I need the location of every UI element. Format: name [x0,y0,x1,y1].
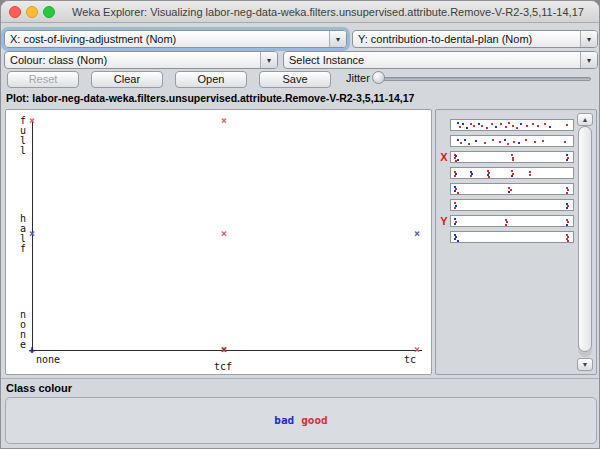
x-attribute-select[interactable]: X: cost-of-living-adjustment (Nom) ▾ [4,30,347,48]
plot-heading: Plot: labor-neg-data-weka.filters.unsupe… [6,92,414,104]
instance-dot [526,125,528,127]
instance-dot [504,139,506,141]
instance-dot [457,122,459,124]
save-button[interactable]: Save [259,71,331,88]
scroll-down-icon[interactable]: ▼ [577,358,593,371]
instance-dot [518,142,520,144]
select-instance-select[interactable]: Select Instance ▾ [283,51,598,69]
instance-dot [468,143,470,145]
attribute-strip-2[interactable] [450,135,574,147]
class-label-good[interactable]: good [301,414,328,427]
jitter-slider-track[interactable] [377,77,591,81]
data-point[interactable]: × [29,116,35,126]
instance-dot [499,141,501,143]
instance-dot [508,191,510,193]
instance-dot [520,123,522,125]
instance-dot [466,127,468,129]
y-tick-half: h a l f [18,214,28,254]
strip-axis-label-Y: Y [439,215,449,227]
data-point[interactable]: + [29,345,35,355]
instance-dot [486,127,488,129]
data-point[interactable]: × [29,229,35,239]
class-colour-heading: Class colour [6,382,72,394]
instance-dot [567,240,569,242]
instance-dot [529,174,531,176]
instance-dot [454,207,456,209]
colour-attribute-select[interactable]: Colour: class (Nom) ▾ [4,51,278,69]
attribute-strip-8[interactable] [450,231,574,243]
instance-dot [457,240,459,242]
instance-dot [513,141,515,143]
y-tick-none: n o n e [18,310,28,350]
instance-dot [492,139,494,141]
instance-dot [505,126,507,128]
instance-dot [470,123,472,125]
open-button[interactable]: Open [175,71,247,88]
instance-dot [457,139,459,141]
jitter-slider-thumb[interactable] [372,71,385,84]
clear-button[interactable]: Clear [91,71,163,88]
instance-dot [549,126,551,128]
data-point[interactable]: × [414,229,420,239]
instance-dot [464,139,466,141]
instance-dot [512,157,514,159]
y-attribute-select[interactable]: Y: contribution-to-dental-plan (Nom) ▾ [352,30,598,48]
instance-dot [481,125,483,127]
data-point[interactable]: × [414,345,420,355]
instance-dot [532,123,534,125]
instance-dot [473,125,475,127]
x-tick-tc: tc [404,354,416,365]
chevron-down-icon: ▾ [329,31,346,47]
section-divider [1,378,600,379]
class-label-bad[interactable]: bad [274,414,294,427]
scrollbar-thumb[interactable] [578,126,592,352]
x-tick-tcf: tcf [214,361,232,372]
instance-dot [454,175,456,177]
window-title: Weka Explorer: Visualizing labor-neg-dat… [63,1,593,23]
instance-dot [455,160,457,162]
data-point[interactable]: × [221,345,227,355]
select-instance-value: Select Instance [284,54,580,66]
instance-dot [507,143,509,145]
scatter-plot[interactable]: f u l lh a l fn o n enonetcftc×××××+×× [5,109,432,375]
chevron-down-icon: ▾ [260,52,277,68]
instance-dot [512,125,514,127]
instance-dot [566,207,568,209]
instance-dot [566,224,568,226]
instance-dot [511,175,513,177]
attribute-strip-1[interactable] [450,119,574,131]
data-point[interactable]: × [221,116,227,126]
instance-dot [516,127,518,129]
instance-dot [488,176,490,178]
colour-attribute-value: Colour: class (Nom) [5,54,260,66]
instance-dot [491,123,493,125]
instance-dot [505,224,507,226]
data-point[interactable]: × [221,229,227,239]
zoom-button[interactable] [43,6,55,18]
instance-dot [566,124,568,126]
attribute-strip-6[interactable] [450,199,574,211]
attribute-strip-5[interactable] [450,183,574,195]
x-tick-none: none [36,354,60,365]
instance-dot [566,159,568,161]
instance-dot [500,123,502,125]
minimize-button[interactable] [26,6,38,18]
class-colour-panel: badgood [5,397,597,444]
attribute-strip-7[interactable] [450,215,574,227]
attribute-strip-4[interactable] [450,167,574,179]
instance-dot [460,142,462,144]
instance-dot [478,123,480,125]
close-button[interactable] [9,6,21,18]
attribute-strip-3[interactable] [450,151,574,163]
instance-dot [484,142,486,144]
instance-dot [542,140,544,142]
chevron-down-icon: ▾ [580,31,597,47]
instance-dot [567,157,569,159]
reset-button: Reset [7,71,79,88]
instance-dot [512,159,514,161]
instance-dot [534,141,536,143]
y-tick-full: f u l l [18,116,28,156]
strip-axis-label-X: X [439,151,449,163]
scroll-up-icon[interactable]: ▲ [577,113,593,126]
instance-dot [454,223,456,225]
